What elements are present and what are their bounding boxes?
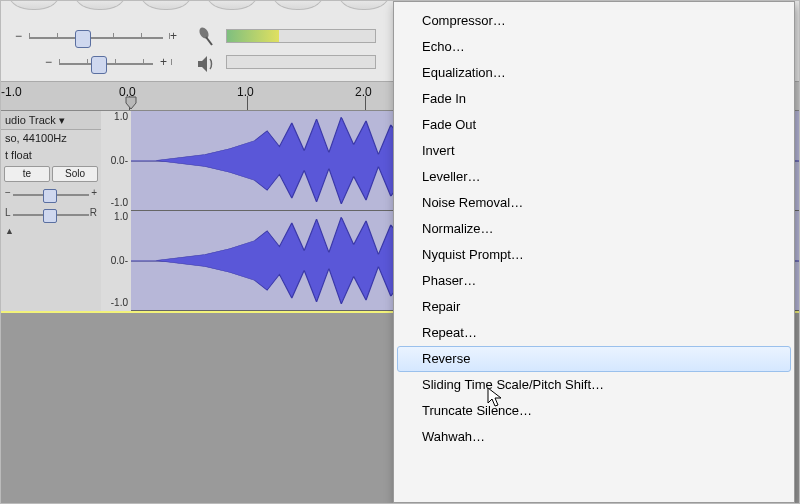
svg-line-1 — [206, 37, 212, 45]
pan-right-label: R — [90, 207, 97, 218]
plus-icon: + — [170, 29, 177, 43]
minus-icon: − — [15, 29, 22, 43]
playhead-marker[interactable] — [125, 96, 137, 110]
plus-icon: + — [91, 187, 97, 198]
minus-icon: − — [45, 55, 52, 69]
menu-item-truncate-silence[interactable]: Truncate Silence… — [394, 398, 794, 424]
menu-item-compressor[interactable]: Compressor… — [394, 8, 794, 34]
menu-item-repair[interactable]: Repair — [394, 294, 794, 320]
menu-item-nyquist-prompt[interactable]: Nyquist Prompt… — [394, 242, 794, 268]
track-meta: so, 44100Hz — [1, 130, 101, 147]
menu-item-leveller[interactable]: Leveller… — [394, 164, 794, 190]
track-pan-slider[interactable]: L R — [7, 206, 95, 224]
transport-knob[interactable] — [207, 0, 257, 10]
mute-button[interactable]: te — [4, 166, 50, 182]
transport-knob[interactable] — [339, 0, 389, 10]
effect-context-menu: Compressor…Echo…Equalization…Fade InFade… — [393, 1, 795, 503]
menu-item-equalization[interactable]: Equalization… — [394, 60, 794, 86]
svg-point-0 — [198, 26, 211, 40]
input-volume-slider[interactable]: − + — [41, 53, 171, 75]
solo-button[interactable]: Solo — [52, 166, 98, 182]
transport-knob[interactable] — [75, 0, 125, 10]
track-control-panel: udio Track ▾ so, 44100Hz t float te Solo… — [1, 111, 102, 311]
amplitude-scale: 1.0 0.0- -1.0 1.0 0.0- -1.0 — [101, 111, 132, 311]
transport-knob[interactable] — [273, 0, 323, 10]
microphone-icon — [196, 25, 218, 47]
menu-item-noise-removal[interactable]: Noise Removal… — [394, 190, 794, 216]
transport-knob[interactable] — [9, 0, 59, 10]
app-window: − + − + -1.0 0.0 1.0 2.0 — [0, 0, 800, 504]
menu-item-invert[interactable]: Invert — [394, 138, 794, 164]
ruler-label: 1.0 — [237, 85, 254, 99]
collapse-track-button[interactable]: ▲ — [5, 226, 19, 236]
menu-item-fade-in[interactable]: Fade In — [394, 86, 794, 112]
menu-item-reverse[interactable]: Reverse — [397, 346, 791, 372]
speaker-icon — [196, 53, 218, 75]
track-gain-slider[interactable]: − + — [7, 186, 95, 204]
menu-item-normalize[interactable]: Normalize… — [394, 216, 794, 242]
menu-item-wahwah[interactable]: Wahwah… — [394, 424, 794, 450]
output-volume-slider[interactable]: − + — [11, 27, 181, 49]
plus-icon: + — [160, 55, 167, 69]
slider-thumb[interactable] — [91, 56, 107, 74]
playback-meter[interactable] — [226, 55, 376, 69]
minus-icon: − — [5, 187, 11, 198]
menu-item-echo[interactable]: Echo… — [394, 34, 794, 60]
transport-knob[interactable] — [141, 0, 191, 10]
slider-thumb[interactable] — [43, 189, 57, 203]
slider-thumb[interactable] — [75, 30, 91, 48]
menu-item-repeat[interactable]: Repeat… — [394, 320, 794, 346]
track-meta: t float — [1, 147, 101, 164]
pan-left-label: L — [5, 207, 11, 218]
track-name-dropdown[interactable]: udio Track ▾ — [1, 111, 101, 130]
menu-item-sliding-time-scale-pitch-shift[interactable]: Sliding Time Scale/Pitch Shift… — [394, 372, 794, 398]
ruler-label: -1.0 — [1, 85, 22, 99]
menu-item-fade-out[interactable]: Fade Out — [394, 112, 794, 138]
ruler-label: 2.0 — [355, 85, 372, 99]
menu-item-phaser[interactable]: Phaser… — [394, 268, 794, 294]
record-meter[interactable] — [226, 29, 376, 43]
slider-thumb[interactable] — [43, 209, 57, 223]
